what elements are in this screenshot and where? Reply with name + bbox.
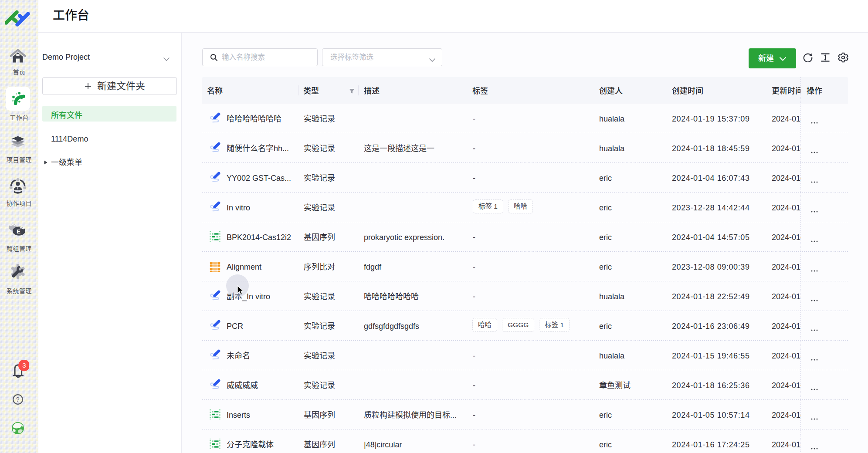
svg-text:E: E <box>17 228 20 235</box>
svg-text:?: ? <box>16 396 20 403</box>
svg-text:3: 3 <box>22 362 26 369</box>
